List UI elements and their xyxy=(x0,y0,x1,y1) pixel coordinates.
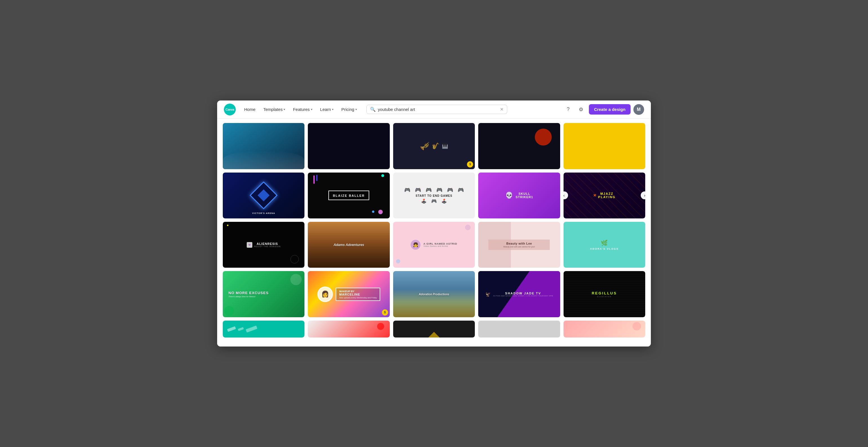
template-card-skull[interactable]: 💀 SKULL STRIKER1 xyxy=(478,172,560,218)
template-card-darkred[interactable] xyxy=(478,123,560,169)
template-card-games[interactable]: 🎮🎮🎮 🎮🎮🎮 START TO END GAMES 🕹️🎮🕹️ xyxy=(393,172,475,218)
template-card-blue-diamond[interactable]: victor's arena xyxy=(223,172,305,218)
settings-button[interactable]: ⚙ xyxy=(576,104,586,115)
search-input[interactable] xyxy=(378,107,498,112)
template-card-darkblue[interactable] xyxy=(308,123,390,169)
search-icon: 🔍 xyxy=(370,107,376,112)
help-icon: ? xyxy=(567,106,569,112)
search-bar: 🔍 ✕ xyxy=(366,105,507,114)
template-card-regillus[interactable]: REGILLUS GLADIATOR xyxy=(563,271,645,317)
template-card-mountains[interactable]: Adams Adventures xyxy=(308,222,390,268)
nav-learn[interactable]: Learn ▾ xyxy=(317,105,336,114)
canva-logo[interactable]: Canva xyxy=(224,104,236,116)
nav-home[interactable]: Home xyxy=(241,105,258,114)
template-card-landscape[interactable]: Adoration Productions xyxy=(393,271,475,317)
template-card-shadow[interactable]: 🦅 SHADOW JADE TV ACTION AND ADVENTURE GA… xyxy=(478,271,560,317)
gallery: 🎺 🎷 🎹 $ xyxy=(217,119,651,346)
template-card-gray-bottom[interactable] xyxy=(478,321,560,338)
template-card-mjazz[interactable]: ✕ MJAZZPLAYING ‹ › xyxy=(563,172,645,218)
free-badge-makeup: $ xyxy=(382,309,388,316)
nav-templates[interactable]: Templates ▾ xyxy=(260,105,288,114)
free-badge: $ xyxy=(467,161,473,167)
template-card-blaize[interactable]: BLAIZE BALLER xyxy=(308,172,390,218)
template-card-teal-bottom[interactable] xyxy=(223,321,305,338)
features-chevron: ▾ xyxy=(311,108,312,111)
template-card-ocean[interactable] xyxy=(223,123,305,169)
template-card-fitness[interactable]: NO MORE EXCUSES There's always time for … xyxy=(223,271,305,317)
templates-chevron: ▾ xyxy=(284,108,285,111)
template-card-makeup[interactable]: 👩 Makeup by Marceline New uploads every … xyxy=(308,271,390,317)
nav-features[interactable]: Features ▾ xyxy=(290,105,315,114)
create-design-button[interactable]: Create a design xyxy=(589,104,630,115)
template-card-adora[interactable]: 🌿 ADORA'S VLOGS xyxy=(563,222,645,268)
template-card-dark-bottom[interactable] xyxy=(393,321,475,338)
navbar: Canva Home Templates ▾ Features ▾ Learn … xyxy=(217,100,651,119)
app-window: Canva Home Templates ▾ Features ▾ Learn … xyxy=(217,100,651,346)
nav-actions: ? ⚙ Create a design M xyxy=(563,104,644,115)
learn-chevron: ▾ xyxy=(332,108,334,111)
avatar[interactable]: M xyxy=(633,104,644,115)
help-button[interactable]: ? xyxy=(563,104,573,115)
pricing-chevron: ▾ xyxy=(355,108,357,111)
nav-pricing[interactable]: Pricing ▾ xyxy=(339,105,360,114)
gallery-grid: 🎺 🎷 🎹 $ xyxy=(223,119,645,342)
template-card-beauty[interactable]: Beauty with Lee Beauty and self-care adv… xyxy=(478,222,560,268)
template-card-yellow[interactable] xyxy=(563,123,645,169)
settings-icon: ⚙ xyxy=(579,106,583,113)
template-card-astrid[interactable]: 👧 A GIRL NAMED ASTRID Video Games and An… xyxy=(393,222,475,268)
template-card-red-bottom[interactable] xyxy=(308,321,390,338)
template-card-music[interactable]: 🎺 🎷 🎹 $ xyxy=(393,123,475,169)
template-card-peach-bottom[interactable] xyxy=(563,321,645,338)
template-card-alien[interactable]: 👾 ALIENRESIS RESIST THE INVASION xyxy=(223,222,305,268)
clear-search-button[interactable]: ✕ xyxy=(500,107,503,112)
